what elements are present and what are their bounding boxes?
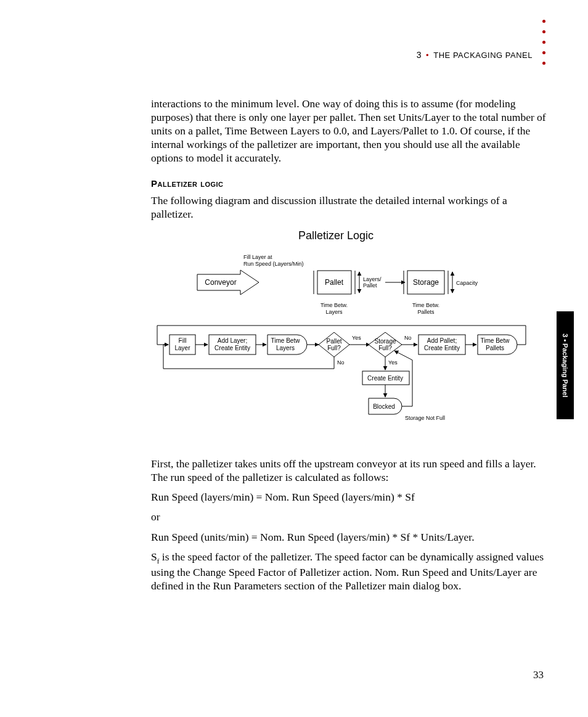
svg-text:Pallet: Pallet (325, 278, 344, 287)
svg-text:Storage: Storage (413, 278, 439, 287)
body-content: interactions to the minimum level. One w… (151, 37, 549, 599)
svg-text:Create Entity: Create Entity (214, 345, 250, 351)
svg-text:Conveyor: Conveyor (205, 278, 236, 287)
svg-text:Capacity: Capacity (456, 280, 478, 286)
eq-units: Run Speed (units/min) = Nom. Run Speed (… (151, 530, 549, 544)
svg-text:Create Entity: Create Entity (424, 345, 460, 351)
svg-text:Create Entity: Create Entity (367, 375, 403, 382)
svg-text:Pallets: Pallets (417, 309, 435, 315)
svg-text:Layers/: Layers/ (363, 276, 382, 282)
para-runspeed: First, the palletizer takes units off th… (151, 457, 549, 484)
svg-text:Fill Layer at: Fill Layer at (243, 254, 272, 260)
svg-text:Add Layer;: Add Layer; (218, 337, 247, 344)
intro-paragraph: interactions to the minimum level. One w… (151, 97, 549, 165)
diagram-title: Palletizer Logic (298, 229, 374, 242)
svg-text:Full?: Full? (378, 345, 392, 351)
svg-text:Storage Not Full: Storage Not Full (405, 415, 445, 421)
eq-layers: Run Speed (layers/min) = Nom. Run Speed … (151, 490, 549, 504)
svg-text:Time Betw: Time Betw (271, 337, 301, 344)
page-number: 33 (533, 669, 544, 681)
svg-line-65 (394, 351, 412, 360)
svg-text:Layers: Layers (325, 309, 343, 315)
svg-text:Pallets: Pallets (486, 345, 504, 351)
svg-text:No: No (404, 335, 412, 341)
svg-text:Run Speed (Layers/Min): Run Speed (Layers/Min) (243, 261, 304, 267)
side-tab: 3 • Packaging Panel (557, 311, 574, 419)
svg-text:Pallet: Pallet (326, 338, 341, 345)
svg-text:Yes: Yes (352, 335, 361, 341)
svg-text:Yes: Yes (388, 359, 398, 366)
section-intro: The following diagram and discussion ill… (151, 194, 549, 221)
svg-text:Storage: Storage (374, 338, 396, 345)
para-sf: Sf is the speed factor of the palletizer… (151, 550, 549, 592)
svg-text:Blocked: Blocked (373, 403, 395, 410)
svg-text:Time Betw: Time Betw (481, 337, 510, 344)
section-heading: Palletizer logic (151, 178, 549, 189)
svg-text:Layers: Layers (276, 345, 295, 351)
svg-text:Layer: Layer (174, 345, 190, 351)
svg-text:Time Betw.: Time Betw. (412, 302, 439, 308)
side-tab-label: 3 • Packaging Panel (561, 334, 569, 398)
svg-text:No: No (337, 359, 345, 366)
svg-text:Full?: Full? (327, 345, 341, 351)
palletizer-diagram: Palletizer Logic Fill Layer at Run Speed… (139, 227, 549, 440)
svg-text:Add Pallet;: Add Pallet; (427, 337, 457, 344)
svg-text:Pallet: Pallet (363, 282, 377, 289)
or-label: or (151, 510, 549, 523)
svg-text:Fill: Fill (179, 337, 187, 344)
svg-text:Time Betw.: Time Betw. (321, 302, 348, 308)
